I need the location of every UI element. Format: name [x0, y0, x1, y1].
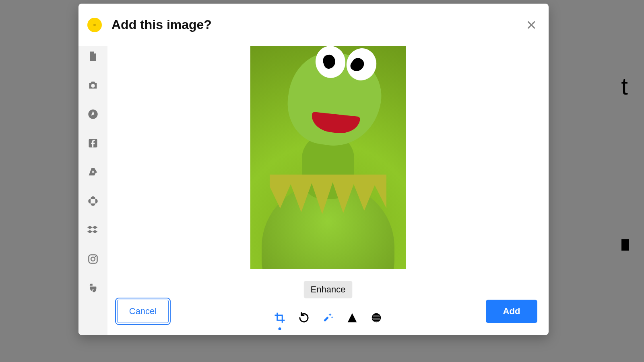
- tool-tooltip: Enhance: [304, 281, 352, 298]
- blur-icon: [370, 312, 382, 324]
- svg-point-0: [91, 84, 95, 88]
- facebook-icon: [87, 138, 99, 149]
- sidebar-item-facebook[interactable]: [87, 138, 99, 149]
- image-preview[interactable]: [250, 46, 406, 269]
- background-bar-fragment: [621, 239, 629, 251]
- sidebar-item-gdrive[interactable]: [87, 167, 99, 178]
- tool-enhance[interactable]: [322, 312, 334, 324]
- cancel-button[interactable]: Cancel: [117, 300, 169, 323]
- camera-icon: [87, 80, 99, 91]
- tool-sharpen[interactable]: [346, 312, 358, 324]
- compass-icon: [87, 109, 99, 120]
- google-photos-icon: [87, 195, 99, 207]
- add-image-modal: Add this image?: [78, 4, 549, 335]
- sidebar-item-web[interactable]: [87, 109, 99, 120]
- sidebar-item-camera[interactable]: [87, 80, 99, 91]
- svg-point-4: [91, 257, 95, 261]
- evernote-icon: [87, 282, 99, 294]
- google-drive-icon: [87, 167, 99, 178]
- source-sidebar: [78, 46, 107, 335]
- sidebar-item-gphotos[interactable]: [87, 195, 99, 207]
- rotate-icon: [298, 312, 310, 324]
- tool-blur[interactable]: [370, 312, 382, 324]
- modal-toolbar: Cancel Enhance: [107, 287, 549, 335]
- sharpen-icon: [346, 312, 358, 324]
- close-button[interactable]: [526, 20, 537, 30]
- edit-tools: [274, 312, 382, 324]
- sidebar-item-dropbox[interactable]: [87, 224, 99, 236]
- background-text-fragment: t: [621, 72, 628, 100]
- modal-title: Add this image?: [111, 17, 212, 32]
- enhance-icon: [322, 312, 334, 324]
- svg-rect-6: [324, 317, 329, 322]
- app-logo-icon: [87, 18, 102, 32]
- modal-main: Cancel Enhance: [107, 46, 549, 335]
- dropbox-icon: [87, 224, 99, 236]
- crop-icon: [274, 312, 286, 324]
- svg-point-7: [372, 313, 381, 323]
- tool-crop[interactable]: [274, 312, 286, 324]
- instagram-icon: [87, 253, 99, 265]
- svg-point-5: [95, 256, 96, 257]
- tool-rotate[interactable]: [298, 312, 310, 324]
- sidebar-item-instagram[interactable]: [87, 253, 99, 265]
- modal-header: Add this image?: [78, 4, 549, 46]
- add-button[interactable]: Add: [486, 300, 537, 323]
- close-icon: [526, 20, 537, 30]
- sidebar-item-file[interactable]: [87, 51, 99, 62]
- file-icon: [87, 51, 99, 62]
- sidebar-item-evernote[interactable]: [87, 282, 99, 294]
